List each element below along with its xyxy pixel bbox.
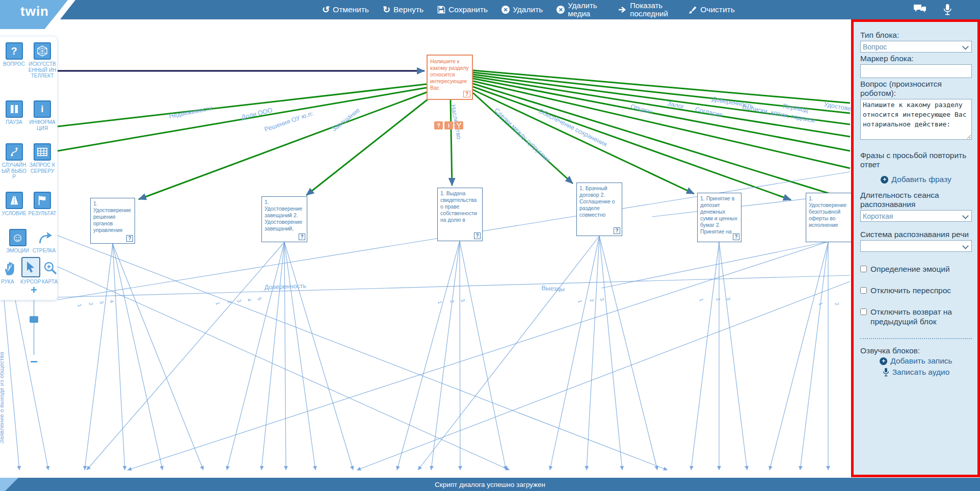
record-audio-button[interactable]: Записать аудио	[860, 368, 972, 377]
tool-server-label: ЗАПРОС К СЕРВЕРУ	[28, 162, 57, 174]
block-marker-input[interactable]	[860, 64, 972, 78]
flow-edge	[599, 236, 657, 470]
tool-info[interactable]: i ИНФОРМАЦИЯ	[28, 100, 57, 131]
repeat-phrases-label: Фразы с просьбой повторить ответ	[860, 151, 972, 169]
node-question-badge[interactable]: ?	[733, 234, 739, 240]
flow-edge	[139, 92, 428, 199]
map-zoom-icon	[42, 260, 59, 277]
tool-emotions[interactable]: ☺ ЭМОЦИИ	[4, 229, 31, 254]
clear-label: Очистить	[700, 5, 734, 14]
emotions-icon: ☺	[9, 229, 27, 246]
tool-ai[interactable]: ИСКУССТВЕННЫЙ ИНТЕЛЛЕКТ	[28, 42, 57, 79]
emotions-checkbox[interactable]	[860, 266, 867, 272]
flow-node[interactable]: 1. Брачный договор 2. Соглашение о разде…	[576, 183, 622, 236]
node-question-badge[interactable]: ?	[126, 235, 133, 242]
tool-result[interactable]: РЕЗУЛЬТАТ	[28, 192, 57, 217]
flow-edge	[58, 236, 668, 470]
tool-pause[interactable]: ПАУЗА	[1, 100, 28, 125]
node-info-button[interactable]: i	[444, 121, 453, 130]
ai-icon	[34, 42, 51, 60]
no-return-checkbox[interactable]	[860, 308, 867, 315]
show-last-button[interactable]: Показать последний	[618, 2, 675, 18]
flow-node[interactable]: 1. Удостоверение завещаний 2. Удостовере…	[261, 196, 307, 242]
tool-condition[interactable]: УСЛОВИЕ	[1, 192, 28, 217]
session-duration-select[interactable]: Короткая	[860, 210, 972, 222]
flow-edge	[284, 242, 353, 470]
no-reask-checkbox-row: Отключить переспрос	[860, 286, 972, 295]
redo-button[interactable]: ↻ Вернуть	[383, 5, 423, 14]
info-icon: i	[34, 100, 51, 118]
no-return-checkbox-label: Отключить возврат на предыдущий блок	[870, 307, 972, 326]
mode-hand-label: РУКА	[1, 279, 20, 285]
asr-system-label: Система распознавания речи	[860, 230, 972, 239]
edge-label: 4	[109, 299, 115, 304]
edge-label: 2	[589, 298, 595, 303]
condition-icon	[6, 192, 23, 209]
zoom-slider-track[interactable]	[33, 300, 35, 355]
node-question-badge[interactable]: ?	[463, 91, 470, 97]
flow-node[interactable]: 1. Выдача свидетельства о праве собствен…	[437, 188, 483, 241]
undo-button[interactable]: ↺ Отменить	[322, 5, 369, 14]
tool-random-label: СЛУЧАЙНЫЙ ВЫБОР	[1, 162, 28, 180]
mode-hand[interactable]	[1, 260, 20, 277]
delete-media-icon: ✕	[557, 6, 565, 14]
tool-arrow[interactable]: СТРЕЛКА	[31, 229, 58, 254]
root-flow-node[interactable]: Напишите к какому разделу относится инте…	[427, 55, 473, 100]
add-phrase-button[interactable]: + Добавить фразу	[860, 175, 972, 184]
flow-edge	[431, 241, 460, 470]
tool-question-label: ВОПРОС	[1, 61, 28, 67]
edge-label: 3	[236, 299, 242, 303]
microphone-icon[interactable]	[943, 4, 952, 16]
flow-node[interactable]: 1. Принятие в депозит денежных сумм и це…	[697, 193, 741, 242]
flow-edge	[227, 242, 284, 470]
flow-edge	[719, 242, 747, 470]
node-question-badge[interactable]: ?	[474, 232, 481, 239]
flow-edge	[306, 96, 432, 195]
question-icon: ?	[6, 42, 23, 60]
mode-cursor[interactable]	[21, 257, 40, 277]
mode-map-label: КАРТА	[42, 279, 61, 285]
cursor-icon	[21, 257, 40, 277]
delete-media-button[interactable]: ✕ Удалить медиа	[557, 2, 604, 18]
edge-label: 1	[76, 303, 83, 308]
tool-question[interactable]: ? ВОПРОС	[1, 42, 28, 67]
emotions-checkbox-label: Определение эмоций	[870, 264, 950, 274]
tool-pause-label: ПАУЗА	[1, 119, 28, 125]
clear-button[interactable]: Очистить	[688, 5, 734, 14]
node-text: 1. Принятие в депозит денежных сумм и це…	[700, 195, 737, 235]
block-type-select[interactable]: Вопрос	[860, 41, 972, 53]
zoom-out-button[interactable]: −	[30, 354, 38, 370]
flow-node[interactable]: 1. Удостоверение решения органов управле…	[90, 198, 135, 244]
tool-server[interactable]: ЗАПРОС К СЕРВЕРУ	[28, 143, 57, 174]
flow-edge	[473, 70, 850, 103]
zoom-in-button[interactable]: +	[30, 283, 38, 297]
node-question-badge[interactable]: ?	[614, 227, 620, 234]
zoom-slider-handle[interactable]	[30, 316, 38, 323]
save-icon	[437, 6, 445, 14]
chat-icon[interactable]	[913, 4, 926, 15]
flow-edge	[473, 81, 850, 168]
flow-edge	[87, 242, 284, 470]
tool-random[interactable]: СЛУЧАЙНЫЙ ВЫБОР	[1, 143, 28, 180]
add-record-button[interactable]: + Добавить запись	[860, 356, 972, 366]
voice-over-label: Озвучка блоков:	[860, 346, 972, 355]
app-logo[interactable]: twin	[20, 4, 49, 19]
node-branch-button[interactable]	[455, 121, 463, 130]
mode-map[interactable]	[42, 260, 59, 277]
save-button[interactable]: Сохранить	[437, 5, 488, 14]
flow-edge	[284, 242, 315, 470]
node-text: 1. Удостоверение решения органов управле…	[93, 200, 131, 233]
no-reask-checkbox[interactable]	[860, 287, 867, 294]
node-question-badge[interactable]: ?	[299, 234, 305, 240]
node-text: 1. Выдача свидетельства о праве собствен…	[440, 190, 477, 223]
block-type-select-wrap: Вопрос	[860, 41, 972, 53]
edge-label: 4	[246, 298, 252, 302]
flow-canvas[interactable]: НедвижимостиДоли ОООРешения ОУ ю.л:Завещ…	[0, 19, 980, 478]
delete-button[interactable]: ✕ Удалить	[501, 5, 543, 14]
question-textarea[interactable]: Напишите к какому разделу относится инте…	[860, 99, 972, 140]
flow-node[interactable]: 1. Удостоверение безотзывной оферты во и…	[806, 193, 852, 242]
flow-edge	[85, 244, 113, 470]
asr-system-select[interactable]	[860, 240, 972, 252]
tool-condition-label: УСЛОВИЕ	[1, 211, 28, 217]
node-question-button[interactable]: ?	[434, 121, 443, 130]
